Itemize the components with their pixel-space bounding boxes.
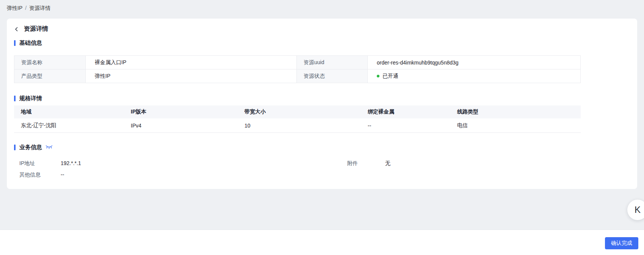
- breadcrumb-item-resource-detail: 资源详情: [29, 5, 50, 11]
- business-field-attachment: 附件 无: [347, 161, 630, 166]
- section-basic-info-title: 基础信息: [19, 39, 42, 47]
- section-spec-title: 规格详情: [19, 95, 42, 102]
- spec-col-ip-version: IP版本: [124, 105, 238, 118]
- field-label-resource-name: 资源名称: [14, 56, 86, 69]
- spec-table-row: 东北-辽宁-沈阳 IPv4 10 -- 电信: [14, 118, 581, 133]
- field-label-resource-uuid: 资源uuid: [297, 56, 368, 69]
- basic-info-table: 资源名称 裸金属入口IP 资源uuid order-res-d4imkmuhb9…: [14, 55, 581, 83]
- chevron-left-icon: [14, 27, 19, 32]
- business-field-empty: [347, 172, 630, 177]
- business-info-grid: IP地址 192.*.*.1 附件 无 其他信息 --: [19, 161, 630, 177]
- status-dot: [377, 75, 379, 77]
- footer-action-bar: 确认完成: [0, 230, 644, 255]
- confirm-complete-button[interactable]: 确认完成: [605, 237, 638, 249]
- spec-col-region: 地域: [14, 105, 124, 118]
- spec-col-bandwidth: 带宽大小: [238, 105, 361, 118]
- floating-k-widget-button[interactable]: K: [627, 200, 644, 220]
- eye-closed-icon[interactable]: [45, 145, 53, 150]
- spec-cell-bound-bare-metal: --: [361, 118, 450, 132]
- field-value-resource-uuid: order-res-d4imkmuhb9tqgu5n8d3g: [368, 56, 581, 69]
- spec-cell-ip-version: IPv4: [124, 118, 238, 132]
- business-label-other-info: 其他信息: [19, 172, 61, 177]
- spec-table-header-row: 地域 IP版本 带宽大小 绑定裸金属 线路类型: [14, 105, 581, 118]
- field-label-product-type: 产品类型: [14, 69, 86, 83]
- section-basic-info-header: 基础信息: [14, 40, 630, 46]
- spec-col-line-type: 线路类型: [450, 105, 581, 118]
- business-value-ip-address: 192.*.*.1: [61, 161, 81, 166]
- spec-cell-bandwidth: 10: [238, 118, 361, 132]
- breadcrumb-item-elastic-ip[interactable]: 弹性IP: [7, 5, 22, 11]
- business-value-attachment: 无: [385, 161, 390, 166]
- section-accent-bar: [14, 96, 16, 101]
- spec-cell-region: 东北-辽宁-沈阳: [14, 118, 124, 132]
- business-label-attachment: 附件: [347, 161, 385, 166]
- breadcrumb: 弹性IP/资源详情: [7, 5, 50, 12]
- spec-col-bound-bare-metal: 绑定裸金属: [361, 105, 450, 118]
- business-field-other-info: 其他信息 --: [19, 172, 347, 177]
- field-value-resource-name: 裸金属入口IP: [86, 56, 297, 69]
- field-value-product-type: 弹性IP: [86, 69, 297, 83]
- field-value-resource-status: 已开通: [368, 69, 581, 83]
- back-button[interactable]: [14, 27, 19, 32]
- status-badge: 已开通: [382, 73, 398, 80]
- resource-detail-card: 资源详情 基础信息 资源名称 裸金属入口IP 资源uuid order-res-…: [7, 19, 637, 189]
- spec-table: 地域 IP版本 带宽大小 绑定裸金属 线路类型 东北-辽宁-沈阳 IPv4 10…: [14, 105, 581, 133]
- section-business-header: 业务信息: [14, 144, 630, 150]
- business-field-ip-address: IP地址 192.*.*.1: [19, 161, 347, 166]
- breadcrumb-separator: /: [25, 5, 27, 11]
- spec-cell-line-type: 电信: [450, 118, 581, 132]
- floating-k-letter: K: [635, 205, 641, 215]
- section-accent-bar: [14, 40, 16, 46]
- business-label-ip-address: IP地址: [19, 161, 61, 166]
- section-accent-bar: [14, 145, 16, 150]
- section-business-title: 业务信息: [19, 144, 42, 151]
- page-title: 资源详情: [24, 25, 48, 33]
- field-label-resource-status: 资源状态: [297, 69, 368, 83]
- business-value-other-info: --: [61, 172, 64, 177]
- section-spec-header: 规格详情: [14, 95, 630, 101]
